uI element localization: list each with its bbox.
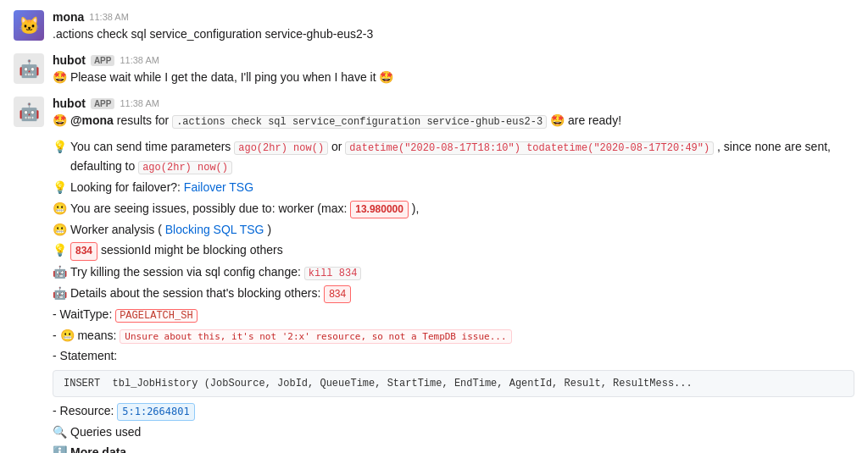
badge-session-834: 834: [70, 242, 97, 260]
username-hubot1: hubot: [53, 53, 86, 67]
line-session-blocking: 💡 834 sessionId might be blocking others: [53, 240, 854, 261]
means-text: Unsure about this, it's not '2:x' resour…: [120, 329, 511, 344]
badge-resource: 5:1:2664801: [117, 403, 194, 421]
code-datetime: datetime("2020-08-17T18:10") todatetime(…: [345, 141, 714, 155]
message-header-hubot2: hubot APP 11:38 AM: [53, 97, 854, 110]
grimace-icon-2: 😬: [53, 220, 67, 239]
line2-text: Looking for failover?: Failover TSG: [70, 178, 253, 196]
line12-text: - Resource: 5:1:2664801: [53, 401, 195, 421]
line-more-data: ℹ️ More data: [53, 442, 854, 453]
message-group-hubot1: 🤖 hubot APP 11:38 AM 🤩 Please wait while…: [14, 50, 854, 90]
line-time-params: 💡 You can send time parameters ago(2hr) …: [53, 136, 854, 177]
blocking-sql-tsg-link[interactable]: Blocking SQL TSG: [165, 223, 264, 236]
chat-container: 🐱 mona 11:38 AM .actions check sql servi…: [0, 0, 868, 453]
message-text-mona: .actions check sql service_configuration…: [53, 25, 854, 43]
robot-icon-1: 🤖: [53, 262, 67, 281]
badge-session-834b: 834: [324, 285, 351, 303]
username-mona: mona: [53, 10, 84, 24]
hubot2-code: .actions check sql service_configuration…: [172, 115, 547, 129]
grimace-icon-1: 😬: [53, 199, 67, 218]
continued-messages: 💡 You can send time parameters ago(2hr) …: [53, 136, 854, 453]
bulb-icon-1: 💡: [53, 137, 67, 156]
line1-text: You can send time parameters ago(2hr) no…: [70, 137, 854, 176]
timestamp-hubot1: 11:38 AM: [120, 55, 159, 65]
queries-used-text: Queries used: [70, 423, 141, 441]
avatar-hubot2: 🤖: [14, 97, 44, 127]
message-group-hubot2: 🤖 hubot APP 11:38 AM 🤩 @mona results for…: [14, 93, 854, 133]
line-worker-analysis: 😬 Worker analysis ( Blocking SQL TSG ): [53, 219, 854, 240]
code-default: ago(2hr) now(): [138, 161, 232, 174]
username-hubot2: hubot: [53, 97, 86, 110]
avatar-hubot1: 🤖: [14, 53, 44, 84]
message-text-hubot2: 🤩 @mona results for .actions check sql s…: [53, 112, 854, 130]
line9-text: - 😬 means: Unsure about this, it's not '…: [53, 326, 512, 345]
message-header-mona: mona 11:38 AM: [53, 10, 854, 24]
robot-icon-2: 🤖: [53, 284, 67, 302]
message-content-hubot2: hubot APP 11:38 AM 🤩 @mona results for .…: [53, 97, 854, 130]
code-pagelatch: PAGELATCH_SH: [115, 309, 197, 323]
hubot2-prefix: 🤩 @mona results for: [53, 113, 172, 127]
hubot2-suffix: 🤩 are ready!: [550, 113, 621, 127]
grimace-icon-3: 😬: [60, 329, 75, 342]
search-icon: 🔍: [53, 423, 67, 441]
line-kill-session: 🤖 Try killing the session via sql config…: [53, 262, 854, 283]
bulb-icon-2: 💡: [53, 178, 67, 196]
info-icon: ℹ️: [53, 443, 67, 453]
line5-text: 834 sessionId might be blocking others: [70, 240, 283, 260]
app-badge-hubot1: APP: [91, 55, 115, 66]
hubot1-text: 🤩 Please wait while I get the data, I'll…: [53, 70, 393, 84]
line-session-details: 🤖 Details about the session that's block…: [53, 283, 854, 304]
bulb-icon-3: 💡: [53, 240, 67, 259]
avatar-mona: 🐱: [14, 10, 44, 41]
line3-text: You are seeing issues, possibly due to: …: [70, 199, 419, 218]
timestamp-mona: 11:38 AM: [89, 12, 128, 22]
line7-text: Details about the session that's blockin…: [70, 284, 351, 303]
line6-text: Try killing the session via sql config c…: [70, 262, 361, 282]
line-failover: 💡 Looking for failover?: Failover TSG: [53, 177, 854, 197]
line-statement-label: - Statement:: [53, 345, 854, 366]
line4-text: Worker analysis ( Blocking SQL TSG ): [70, 220, 271, 239]
more-data-text: More data: [70, 443, 126, 453]
line-means: - 😬 means: Unsure about this, it's not '…: [53, 325, 854, 345]
message-header-hubot1: hubot APP 11:38 AM: [53, 53, 854, 67]
code-block-insert: INSERT tbl_JobHistory (JobSource, JobId,…: [53, 370, 854, 397]
line-waittype: - WaitType: PAGELATCH_SH: [53, 304, 854, 325]
message-text-hubot1: 🤩 Please wait while I get the data, I'll…: [53, 69, 854, 86]
app-badge-hubot2: APP: [91, 98, 115, 109]
timestamp-hubot2: 11:38 AM: [120, 98, 159, 108]
message-content-mona: mona 11:38 AM .actions check sql service…: [53, 10, 854, 43]
code-ago: ago(2hr) now(): [234, 141, 328, 155]
line8-text: - WaitType: PAGELATCH_SH: [53, 305, 198, 324]
badge-max-value: 13.980000: [350, 201, 409, 218]
line-queries-used: 🔍 Queries used: [53, 422, 854, 442]
message-group-mona: 🐱 mona 11:38 AM .actions check sql servi…: [14, 7, 854, 47]
code-kill-834: kill 834: [304, 267, 362, 280]
failover-tsg-link[interactable]: Failover TSG: [184, 180, 253, 194]
line-resource: - Resource: 5:1:2664801: [53, 401, 854, 422]
mona-command-text: .actions check sql service_configuration…: [53, 27, 373, 41]
message-content-hubot1: hubot APP 11:38 AM 🤩 Please wait while I…: [53, 53, 854, 86]
line-worker-issues: 😬 You are seeing issues, possibly due to…: [53, 198, 854, 219]
statement-text: - Statement:: [53, 346, 117, 365]
